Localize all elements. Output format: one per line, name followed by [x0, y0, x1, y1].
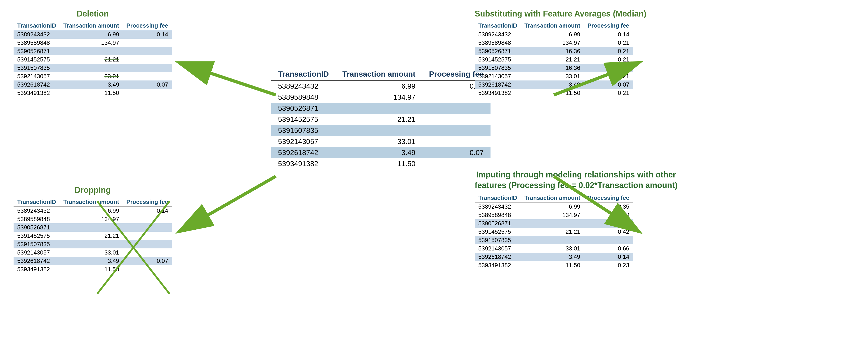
cell-amount: 134.97: [60, 39, 123, 47]
main-table-container: TransactionID Transaction amount Process…: [271, 68, 491, 169]
cell-fee: 0.07: [584, 81, 633, 89]
imputing-container: Imputing through modeling relationships …: [475, 169, 677, 269]
cell-id: 5392618742: [475, 253, 521, 261]
cell-amount: 6.99: [60, 207, 123, 215]
main-header-amount: Transaction amount: [336, 68, 422, 81]
cell-amount: 21.21: [336, 114, 422, 125]
table-row: 5389589848 134.97: [13, 39, 172, 47]
cell-id: 5393491382: [13, 89, 60, 97]
cell-id: 5391452575: [13, 232, 60, 240]
cell-amount: 134.97: [60, 215, 123, 223]
table-row: 5391452575 21.21: [271, 114, 491, 125]
imputing-table: TransactionID Transaction amount Process…: [475, 193, 633, 269]
table-row: 5391452575 21.21: [13, 232, 172, 240]
cell-amount: 6.99: [521, 202, 584, 211]
cell-amount: 16.36: [521, 47, 584, 55]
cell-fee: [123, 39, 172, 47]
cell-amount: 33.01: [521, 244, 584, 253]
cell-fee: 2.70: [584, 211, 633, 219]
cell-id: 5393491382: [475, 261, 521, 269]
table-row: 5391507835: [475, 236, 633, 244]
cell-fee: 0.66: [584, 244, 633, 253]
cell-fee: [422, 103, 491, 114]
cell-amount: [60, 240, 123, 248]
cell-fee: [123, 240, 172, 248]
table-row: 5392143057 33.01 0.66: [475, 244, 633, 253]
table-row: 5392618742 3.49 0.07: [13, 81, 172, 89]
cell-amount: 3.49: [60, 257, 123, 265]
table-row: 5389243432 6.99 0.14: [271, 81, 491, 92]
cell-id: 5391507835: [271, 125, 336, 136]
cell-amount: [60, 223, 123, 232]
cell-fee: [123, 248, 172, 257]
table-row: 5389589848 134.97 0.21: [475, 39, 633, 47]
cell-id: 5393491382: [13, 265, 60, 274]
cell-id: 5392143057: [13, 248, 60, 257]
cell-amount: 33.01: [521, 72, 584, 81]
cell-amount: 21.21: [60, 232, 123, 240]
cell-id: 5389589848: [475, 39, 521, 47]
arrow-to-deletion: [181, 63, 276, 95]
cell-fee: [123, 55, 172, 64]
cell-fee: 0.21: [584, 47, 633, 55]
cell-amount: 11.50: [60, 265, 123, 274]
deletion-container: Deletion TransactionID Transaction amoun…: [13, 9, 172, 97]
cell-amount: 11.50: [521, 89, 584, 97]
cell-fee: 0.07: [123, 81, 172, 89]
cell-fee: 0.21: [584, 72, 633, 81]
cell-id: 5392618742: [13, 257, 60, 265]
dropping-table: TransactionID Transaction amount Process…: [13, 197, 172, 274]
cell-fee: [123, 265, 172, 274]
table-row: 5392618742 3.49 0.14: [475, 253, 633, 261]
deletion-title: Deletion: [13, 9, 172, 19]
cell-id: 5392143057: [475, 244, 521, 253]
cell-id: 5389243432: [13, 207, 60, 215]
cell-id: 5390526871: [13, 223, 60, 232]
cell-amount: 3.49: [521, 81, 584, 89]
cell-fee: 0.07: [422, 147, 491, 158]
table-row: 5392143057 33.01: [271, 136, 491, 147]
imputing-title: Imputing through modeling relationships …: [475, 169, 677, 191]
cell-amount: 134.97: [521, 39, 584, 47]
cell-id: 5389589848: [13, 215, 60, 223]
cell-amount: [60, 47, 123, 55]
table-row: 5389243432 6.99 0.35: [475, 202, 633, 211]
table-row: 5391452575 21.21 0.21: [475, 55, 633, 64]
cell-id: 5393491382: [271, 158, 336, 169]
table-row: 5392618742 3.49 0.07: [13, 257, 172, 265]
cell-fee: 0.21: [584, 64, 633, 72]
cell-fee: [422, 125, 491, 136]
cell-amount: 6.99: [521, 30, 584, 39]
del-header-id: TransactionID: [13, 21, 60, 30]
drop-header-id: TransactionID: [13, 197, 60, 207]
substituting-title: Substituting with Feature Averages (Medi…: [475, 9, 646, 19]
cell-fee: 0.14: [123, 30, 172, 39]
cell-id: 5389243432: [475, 202, 521, 211]
cell-fee: [123, 72, 172, 81]
cell-fee: 0.14: [123, 207, 172, 215]
cell-id: 5391507835: [13, 240, 60, 248]
cell-amount: 11.50: [336, 158, 422, 169]
cell-id: 5389243432: [13, 30, 60, 39]
cell-fee: 0.21: [584, 39, 633, 47]
cell-id: 5392143057: [13, 72, 60, 81]
cell-fee: [584, 236, 633, 244]
sub-header-id: TransactionID: [475, 21, 521, 30]
table-row: 5390526871: [13, 223, 172, 232]
cell-id: 5391452575: [475, 228, 521, 236]
cell-id: 5389243432: [475, 30, 521, 39]
cell-fee: [422, 114, 491, 125]
cell-amount: 3.49: [60, 81, 123, 89]
table-row: 5393491382 11.50: [271, 158, 491, 169]
table-row: 5391507835 16.36 0.21: [475, 64, 633, 72]
table-row: 5391507835: [271, 125, 491, 136]
cell-amount: 33.01: [60, 248, 123, 257]
imp-header-amount: Transaction amount: [521, 193, 584, 202]
cell-fee: 0.21: [584, 55, 633, 64]
sub-header-amount: Transaction amount: [521, 21, 584, 30]
table-row: 5393491382 11.50: [13, 89, 172, 97]
cell-fee: 0.07: [123, 257, 172, 265]
main-header-id: TransactionID: [271, 68, 336, 81]
table-row: 5391507835: [13, 240, 172, 248]
cell-amount: [60, 64, 123, 72]
